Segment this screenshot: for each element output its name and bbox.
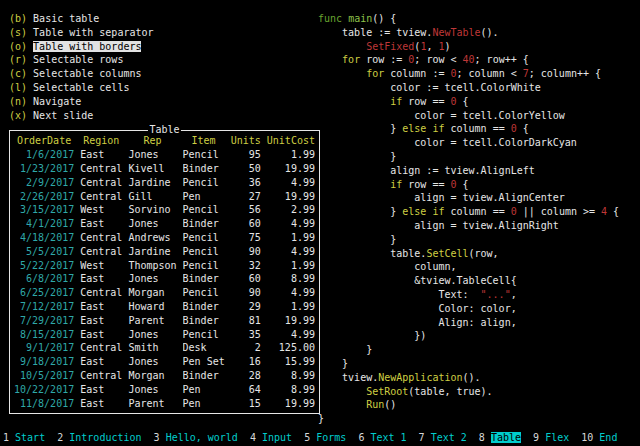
code-line: Color: color, bbox=[318, 302, 619, 316]
data-table: Table OrderDateRegionRepItemUnitsUnitCos… bbox=[9, 130, 320, 414]
menu-item-shortcut: (b) bbox=[9, 13, 27, 24]
tab-label: Forms bbox=[316, 432, 346, 443]
code-token: NewApplication bbox=[378, 372, 462, 383]
tab-forms[interactable]: 5 Forms bbox=[304, 432, 346, 443]
table-cell: 3/15/2017 bbox=[14, 203, 74, 217]
table-row: 11/8/2017EastParentPen1519.99 bbox=[14, 397, 315, 411]
tab-label: End bbox=[599, 432, 617, 443]
menu-item-table-with-borders[interactable]: (o) Table with borders bbox=[9, 40, 320, 54]
menu-item-basic-table[interactable]: (b) Basic table bbox=[9, 12, 320, 26]
table-cell: 75 bbox=[231, 231, 261, 245]
code-line: } bbox=[318, 343, 619, 357]
table-cell: 7/12/2017 bbox=[14, 300, 74, 314]
code-token: { bbox=[457, 179, 469, 190]
table-cell: 56 bbox=[231, 203, 261, 217]
table-cell: Pencil bbox=[183, 259, 225, 273]
table-cell: Howard bbox=[128, 300, 176, 314]
table-row: 4/1/2017EastJonesBinder604.99 bbox=[14, 217, 315, 231]
menu-item-selectable-columns[interactable]: (c) Selectable columns bbox=[9, 67, 320, 81]
table-header-cell: Item bbox=[183, 134, 225, 148]
menu-item-next-slide[interactable]: (x) Next slide bbox=[9, 109, 320, 123]
code-line: tview.NewApplication(). bbox=[318, 371, 619, 385]
slide-panel: (b) Basic table(s) Table with separator(… bbox=[9, 12, 320, 414]
tab-label: Text 2 bbox=[431, 432, 467, 443]
menu-item-label: Selectable columns bbox=[33, 68, 141, 79]
menu-item-navigate[interactable]: (n) Navigate bbox=[9, 95, 320, 109]
code-token: row := bbox=[360, 54, 408, 65]
tab-number: 10 bbox=[581, 432, 593, 443]
table-cell: Pencil bbox=[183, 148, 225, 162]
table-cell: 50 bbox=[231, 162, 261, 176]
table-cell: 29 bbox=[231, 300, 261, 314]
code-token: }) bbox=[318, 330, 426, 341]
table-row: 5/5/2017CentralJardinePencil904.99 bbox=[14, 245, 315, 259]
table-cell: Jones bbox=[128, 148, 176, 162]
code-token: for bbox=[366, 68, 384, 79]
table-cell: Pencil bbox=[183, 203, 225, 217]
code-token: tview. bbox=[318, 372, 378, 383]
code-token: align = tview.AlignCenter bbox=[318, 192, 565, 203]
code-token: align = tview.AlignRight bbox=[318, 220, 559, 231]
table-cell: Central bbox=[80, 176, 122, 190]
menu-item-selectable-rows[interactable]: (r) Selectable rows bbox=[9, 53, 320, 67]
code-token: 40 bbox=[463, 54, 475, 65]
tab-label: Hello, world bbox=[166, 432, 238, 443]
code-token: } bbox=[318, 206, 402, 217]
tab-number: 4 bbox=[250, 432, 256, 443]
menu-item-label: Navigate bbox=[33, 96, 81, 107]
tab-text-1[interactable]: 6 Text 1 bbox=[358, 432, 406, 443]
tab-label: Text 1 bbox=[370, 432, 406, 443]
table-cell: 5/22/2017 bbox=[14, 259, 74, 273]
table-cell: Central bbox=[80, 190, 122, 204]
code-line: align = tview.AlignRight bbox=[318, 219, 619, 233]
table-cell: 4/18/2017 bbox=[14, 231, 74, 245]
tab-end[interactable]: 10 End bbox=[581, 432, 617, 443]
tab-number: 8 bbox=[479, 432, 485, 443]
table-row: 7/12/2017EastHowardBinder291.99 bbox=[14, 300, 315, 314]
tab-start[interactable]: 1 Start bbox=[3, 432, 45, 443]
code-token: } bbox=[318, 151, 396, 162]
menu-item-label: Table with borders bbox=[33, 41, 141, 52]
table-cell: Desk bbox=[183, 341, 225, 355]
table-cell: 10/22/2017 bbox=[14, 383, 74, 397]
code-token: (). bbox=[481, 27, 499, 38]
table-cell: East bbox=[80, 272, 122, 286]
code-line: color = tcell.ColorYellow bbox=[318, 109, 619, 123]
tab-introduction[interactable]: 2 Introduction bbox=[57, 432, 141, 443]
tab-hello-world[interactable]: 3 Hello, world bbox=[154, 432, 238, 443]
code-token: (). bbox=[463, 372, 481, 383]
code-line: color := tcell.ColorWhite bbox=[318, 81, 619, 95]
table-cell: 4.99 bbox=[267, 176, 315, 190]
tab-flex[interactable]: 9 Flex bbox=[533, 432, 569, 443]
code-token: { bbox=[607, 206, 619, 217]
table-cell: Smith bbox=[128, 341, 176, 355]
table-cell: 7/29/2017 bbox=[14, 314, 74, 328]
table-cell: East bbox=[80, 314, 122, 328]
menu-item-label: Next slide bbox=[33, 110, 93, 121]
table-cell: 95 bbox=[231, 148, 261, 162]
table-row: 8/15/2017EastJonesPencil354.99 bbox=[14, 328, 315, 342]
slide-menu: (b) Basic table(s) Table with separator(… bbox=[9, 12, 320, 122]
table-cell: Binder bbox=[183, 314, 225, 328]
table-cell: Pencil bbox=[183, 286, 225, 300]
tab-input[interactable]: 4 Input bbox=[250, 432, 292, 443]
table-row: 6/25/2017CentralMorganPencil904.99 bbox=[14, 286, 315, 300]
menu-item-selectable-cells[interactable]: (l) Selectable cells bbox=[9, 81, 320, 95]
code-token: ; row++ { bbox=[475, 54, 529, 65]
menu-item-table-with-separator[interactable]: (s) Table with separator bbox=[9, 26, 320, 40]
code-token: if bbox=[432, 123, 444, 134]
tab-table[interactable]: 8 Table bbox=[479, 432, 521, 443]
code-token bbox=[318, 96, 390, 107]
table-cell: 4/1/2017 bbox=[14, 217, 74, 231]
table-cell: Jones bbox=[128, 328, 176, 342]
code-line: align := tview.AlignLeft bbox=[318, 164, 619, 178]
table-row: 4/18/2017CentralAndrewsPencil751.99 bbox=[14, 231, 315, 245]
tab-text-2[interactable]: 7 Text 2 bbox=[419, 432, 467, 443]
tab-label: Introduction bbox=[69, 432, 141, 443]
table-cell: 1.99 bbox=[267, 231, 315, 245]
table-cell: 2/9/2017 bbox=[14, 176, 74, 190]
code-token: else bbox=[402, 206, 426, 217]
code-token: Align: align, bbox=[318, 317, 517, 328]
code-token: } bbox=[318, 413, 324, 424]
table-cell: Jones bbox=[128, 355, 176, 369]
